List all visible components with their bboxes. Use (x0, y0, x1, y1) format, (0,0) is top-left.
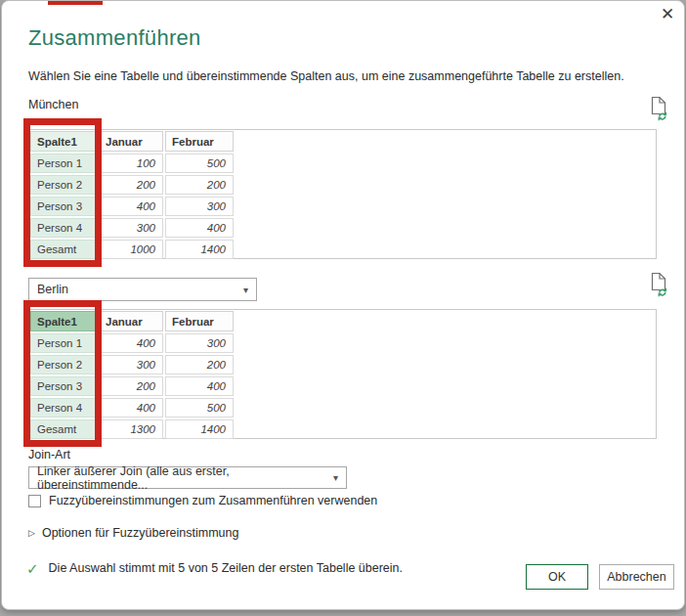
chevron-down-icon: ▾ (243, 285, 248, 295)
table-cell[interactable]: Gesamt (30, 419, 97, 439)
table-cell[interactable]: Person 3 (30, 376, 97, 396)
dialog-subtitle: Wählen Sie eine Tabelle und übereinstimm… (28, 69, 624, 83)
table2-header-februar[interactable]: Februar (165, 311, 234, 331)
table-cell[interactable]: 300 (165, 197, 234, 216)
table2-grid: Spalte1 Januar Februar Person 1 400 300 … (30, 311, 234, 439)
cancel-button[interactable]: Abbrechen (599, 564, 674, 590)
expander-triangle-icon: ▷ (28, 528, 35, 538)
close-icon[interactable]: ✕ (661, 5, 674, 24)
table2-preview: Spalte1 Januar Februar Person 1 400 300 … (28, 309, 657, 439)
table-cell[interactable]: 1300 (99, 419, 163, 439)
table-cell[interactable]: 400 (99, 333, 163, 353)
match-status: ✓ Die Auswahl stimmt mit 5 von 5 Zeilen … (26, 561, 403, 576)
fuzzy-checkbox[interactable] (28, 495, 41, 507)
join-kind-value: Linker äußerer Join (alle aus erster, üb… (37, 464, 333, 492)
table1-preview: Spalte1 Januar Februar Person 1 100 500 … (28, 129, 657, 259)
table-cell[interactable]: 500 (165, 154, 234, 173)
checkmark-icon: ✓ (26, 561, 39, 576)
table-cell[interactable]: 200 (165, 175, 234, 195)
join-kind-select[interactable]: Linker äußerer Join (alle aus erster, üb… (28, 466, 347, 489)
table-cell[interactable]: Person 1 (30, 154, 97, 173)
chevron-down-icon: ▾ (333, 472, 338, 483)
table-cell[interactable]: 500 (165, 398, 234, 418)
match-status-text: Die Auswahl stimmt mit 5 von 5 Zeilen de… (49, 561, 403, 575)
table-cell[interactable]: 400 (99, 197, 163, 216)
table1-header-februar[interactable]: Februar (165, 131, 234, 152)
table1-header-januar[interactable]: Januar (99, 131, 163, 152)
merge-dialog: ✕ Zusammenführen Wählen Sie eine Tabelle… (1, 0, 685, 610)
page-title: Zusammenführen (28, 25, 201, 51)
table1-label: München (28, 98, 78, 111)
table-cell[interactable]: Person 1 (30, 333, 97, 353)
table2-selector[interactable]: Berlin ▾ (28, 278, 257, 301)
table2-selector-value: Berlin (37, 283, 68, 296)
fuzzy-match-option[interactable]: Fuzzyübereinstimmungen zum Zusammenführe… (28, 494, 377, 507)
refresh-preview-icon[interactable] (650, 96, 669, 121)
table-cell[interactable]: Person 4 (30, 218, 97, 238)
table-cell[interactable]: 300 (165, 333, 234, 353)
table2-header-januar[interactable]: Januar (99, 311, 163, 331)
fuzzy-checkbox-label: Fuzzyübereinstimmungen zum Zusammenführe… (49, 494, 377, 507)
table-cell[interactable]: Person 2 (30, 175, 97, 195)
refresh-preview-icon[interactable] (650, 272, 669, 297)
table-cell[interactable]: 100 (99, 154, 163, 173)
table-cell[interactable]: 400 (165, 376, 234, 396)
table1-header-spalte1[interactable]: Spalte1 (30, 131, 97, 152)
table1-grid: Spalte1 Januar Februar Person 1 100 500 … (30, 131, 234, 259)
join-kind-label: Join-Art (28, 448, 70, 462)
table-cell[interactable]: Gesamt (30, 240, 97, 259)
table2-header-spalte1[interactable]: Spalte1 (30, 311, 97, 331)
ok-button[interactable]: OK (526, 564, 588, 590)
table-cell[interactable]: 200 (99, 376, 163, 396)
annotation-red-sliver (48, 1, 103, 5)
table-cell[interactable]: 400 (99, 398, 163, 418)
table-cell[interactable]: 300 (99, 218, 163, 238)
table-cell[interactable]: 200 (165, 355, 234, 374)
table-cell[interactable]: Person 3 (30, 197, 97, 216)
table-cell[interactable]: Person 4 (30, 398, 97, 418)
table-cell[interactable]: 1400 (165, 419, 234, 439)
table-cell[interactable]: 200 (99, 175, 163, 195)
table-cell[interactable]: 1400 (165, 240, 234, 259)
table-cell[interactable]: 300 (99, 355, 163, 374)
fuzzy-options-label: Optionen für Fuzzyübereinstimmung (42, 526, 238, 540)
table-cell[interactable]: Person 2 (30, 355, 97, 374)
fuzzy-options-expander[interactable]: ▷ Optionen für Fuzzyübereinstimmung (28, 526, 238, 540)
table-cell[interactable]: 400 (165, 218, 234, 238)
table-cell[interactable]: 1000 (99, 240, 163, 259)
